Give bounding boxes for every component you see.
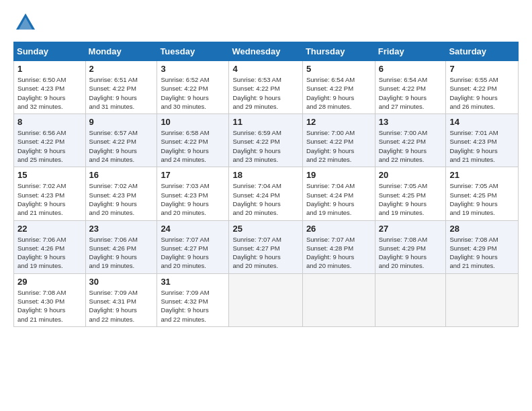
header <box>13 11 519 35</box>
day-number: 16 <box>89 170 154 180</box>
day-number: 15 <box>17 170 82 180</box>
logo <box>13 11 40 35</box>
day-number: 1 <box>17 64 82 74</box>
week-row-3: 15Sunrise: 7:02 AMSunset: 4:23 PMDayligh… <box>14 167 519 220</box>
week-row-2: 8Sunrise: 6:56 AMSunset: 4:22 PMDaylight… <box>14 114 519 167</box>
day-info: Sunrise: 7:00 AMSunset: 4:22 PMDaylight:… <box>379 128 443 164</box>
day-info: Sunrise: 7:03 AMSunset: 4:23 PMDaylight:… <box>161 181 225 217</box>
day-info: Sunrise: 7:07 AMSunset: 4:27 PMDaylight:… <box>161 235 225 271</box>
calendar-cell: 30Sunrise: 7:09 AMSunset: 4:31 PMDayligh… <box>85 273 157 326</box>
calendar-cell: 11Sunrise: 6:59 AMSunset: 4:22 PMDayligh… <box>229 114 302 167</box>
day-info: Sunrise: 7:05 AMSunset: 4:25 PMDaylight:… <box>379 181 443 217</box>
day-number: 27 <box>379 224 443 234</box>
calendar-cell: 10Sunrise: 6:58 AMSunset: 4:22 PMDayligh… <box>157 114 229 167</box>
calendar-cell: 29Sunrise: 7:08 AMSunset: 4:30 PMDayligh… <box>14 273 86 326</box>
header-wednesday: Wednesday <box>229 42 302 61</box>
day-number: 24 <box>161 224 225 234</box>
calendar-cell: 15Sunrise: 7:02 AMSunset: 4:23 PMDayligh… <box>14 167 86 220</box>
calendar-body: 1Sunrise: 6:50 AMSunset: 4:23 PMDaylight… <box>14 61 519 327</box>
calendar-cell: 16Sunrise: 7:02 AMSunset: 4:23 PMDayligh… <box>85 167 157 220</box>
calendar-cell: 23Sunrise: 7:06 AMSunset: 4:26 PMDayligh… <box>85 220 157 273</box>
calendar-cell: 5Sunrise: 6:54 AMSunset: 4:22 PMDaylight… <box>302 61 375 114</box>
calendar-cell <box>229 273 302 326</box>
day-number: 28 <box>449 224 515 234</box>
day-info: Sunrise: 6:58 AMSunset: 4:22 PMDaylight:… <box>161 128 225 164</box>
calendar-header-row: SundayMondayTuesdayWednesdayThursdayFrid… <box>14 42 519 61</box>
week-row-5: 29Sunrise: 7:08 AMSunset: 4:30 PMDayligh… <box>14 273 519 326</box>
calendar-cell: 9Sunrise: 6:57 AMSunset: 4:22 PMDaylight… <box>85 114 157 167</box>
day-number: 6 <box>379 64 443 74</box>
day-info: Sunrise: 7:09 AMSunset: 4:32 PMDaylight:… <box>161 288 225 324</box>
day-info: Sunrise: 7:09 AMSunset: 4:31 PMDaylight:… <box>89 288 154 324</box>
day-number: 20 <box>379 170 443 180</box>
calendar-cell <box>446 273 519 326</box>
calendar-cell: 22Sunrise: 7:06 AMSunset: 4:26 PMDayligh… <box>14 220 86 273</box>
calendar-cell: 12Sunrise: 7:00 AMSunset: 4:22 PMDayligh… <box>302 114 375 167</box>
calendar-cell: 13Sunrise: 7:00 AMSunset: 4:22 PMDayligh… <box>375 114 446 167</box>
day-info: Sunrise: 6:54 AMSunset: 4:22 PMDaylight:… <box>379 75 443 111</box>
day-number: 21 <box>449 170 515 180</box>
header-monday: Monday <box>85 42 157 61</box>
calendar-page: SundayMondayTuesdayWednesdayThursdayFrid… <box>0 0 532 411</box>
day-number: 4 <box>232 64 298 74</box>
day-number: 11 <box>232 117 298 127</box>
calendar-cell: 6Sunrise: 6:54 AMSunset: 4:22 PMDaylight… <box>375 61 446 114</box>
calendar-cell: 27Sunrise: 7:08 AMSunset: 4:29 PMDayligh… <box>375 220 446 273</box>
calendar-cell: 24Sunrise: 7:07 AMSunset: 4:27 PMDayligh… <box>157 220 229 273</box>
day-number: 10 <box>161 117 225 127</box>
calendar-table: SundayMondayTuesdayWednesdayThursdayFrid… <box>13 42 519 327</box>
calendar-cell: 20Sunrise: 7:05 AMSunset: 4:25 PMDayligh… <box>375 167 446 220</box>
day-number: 18 <box>232 170 298 180</box>
calendar-cell: 4Sunrise: 6:53 AMSunset: 4:22 PMDaylight… <box>229 61 302 114</box>
calendar-cell: 26Sunrise: 7:07 AMSunset: 4:28 PMDayligh… <box>302 220 375 273</box>
day-number: 3 <box>161 64 225 74</box>
day-info: Sunrise: 6:53 AMSunset: 4:22 PMDaylight:… <box>232 75 298 111</box>
week-row-1: 1Sunrise: 6:50 AMSunset: 4:23 PMDaylight… <box>14 61 519 114</box>
day-number: 17 <box>161 170 225 180</box>
calendar-cell: 17Sunrise: 7:03 AMSunset: 4:23 PMDayligh… <box>157 167 229 220</box>
week-row-4: 22Sunrise: 7:06 AMSunset: 4:26 PMDayligh… <box>14 220 519 273</box>
day-number: 26 <box>306 224 371 234</box>
day-info: Sunrise: 6:51 AMSunset: 4:22 PMDaylight:… <box>89 75 154 111</box>
header-saturday: Saturday <box>446 42 519 61</box>
calendar-cell: 14Sunrise: 7:01 AMSunset: 4:23 PMDayligh… <box>446 114 519 167</box>
calendar-cell: 28Sunrise: 7:08 AMSunset: 4:29 PMDayligh… <box>446 220 519 273</box>
calendar-cell <box>375 273 446 326</box>
logo-icon <box>13 11 38 35</box>
day-info: Sunrise: 7:07 AMSunset: 4:28 PMDaylight:… <box>306 235 371 271</box>
day-info: Sunrise: 6:56 AMSunset: 4:22 PMDaylight:… <box>17 128 82 164</box>
day-number: 31 <box>161 277 225 287</box>
day-number: 13 <box>379 117 443 127</box>
day-info: Sunrise: 7:02 AMSunset: 4:23 PMDaylight:… <box>89 181 154 217</box>
day-info: Sunrise: 7:04 AMSunset: 4:24 PMDaylight:… <box>232 181 298 217</box>
day-info: Sunrise: 7:02 AMSunset: 4:23 PMDaylight:… <box>17 181 82 217</box>
day-info: Sunrise: 6:59 AMSunset: 4:22 PMDaylight:… <box>232 128 298 164</box>
day-number: 12 <box>306 117 371 127</box>
calendar-cell: 8Sunrise: 6:56 AMSunset: 4:22 PMDaylight… <box>14 114 86 167</box>
day-number: 30 <box>89 277 154 287</box>
calendar-cell: 1Sunrise: 6:50 AMSunset: 4:23 PMDaylight… <box>14 61 86 114</box>
day-info: Sunrise: 7:08 AMSunset: 4:29 PMDaylight:… <box>449 235 515 271</box>
day-number: 25 <box>232 224 298 234</box>
day-info: Sunrise: 6:55 AMSunset: 4:22 PMDaylight:… <box>449 75 515 111</box>
day-info: Sunrise: 7:08 AMSunset: 4:30 PMDaylight:… <box>17 288 82 324</box>
day-info: Sunrise: 6:52 AMSunset: 4:22 PMDaylight:… <box>161 75 225 111</box>
calendar-cell: 2Sunrise: 6:51 AMSunset: 4:22 PMDaylight… <box>85 61 157 114</box>
day-info: Sunrise: 6:54 AMSunset: 4:22 PMDaylight:… <box>306 75 371 111</box>
day-number: 7 <box>449 64 515 74</box>
day-info: Sunrise: 7:00 AMSunset: 4:22 PMDaylight:… <box>306 128 371 164</box>
day-number: 5 <box>306 64 371 74</box>
day-number: 22 <box>17 224 82 234</box>
calendar-cell: 18Sunrise: 7:04 AMSunset: 4:24 PMDayligh… <box>229 167 302 220</box>
calendar-cell: 7Sunrise: 6:55 AMSunset: 4:22 PMDaylight… <box>446 61 519 114</box>
calendar-cell <box>302 273 375 326</box>
calendar-cell: 25Sunrise: 7:07 AMSunset: 4:27 PMDayligh… <box>229 220 302 273</box>
calendar-cell: 21Sunrise: 7:05 AMSunset: 4:25 PMDayligh… <box>446 167 519 220</box>
day-number: 8 <box>17 117 82 127</box>
day-info: Sunrise: 7:08 AMSunset: 4:29 PMDaylight:… <box>379 235 443 271</box>
day-info: Sunrise: 7:06 AMSunset: 4:26 PMDaylight:… <box>17 235 82 271</box>
day-number: 9 <box>89 117 154 127</box>
header-tuesday: Tuesday <box>157 42 229 61</box>
header-sunday: Sunday <box>14 42 86 61</box>
day-info: Sunrise: 7:01 AMSunset: 4:23 PMDaylight:… <box>449 128 515 164</box>
